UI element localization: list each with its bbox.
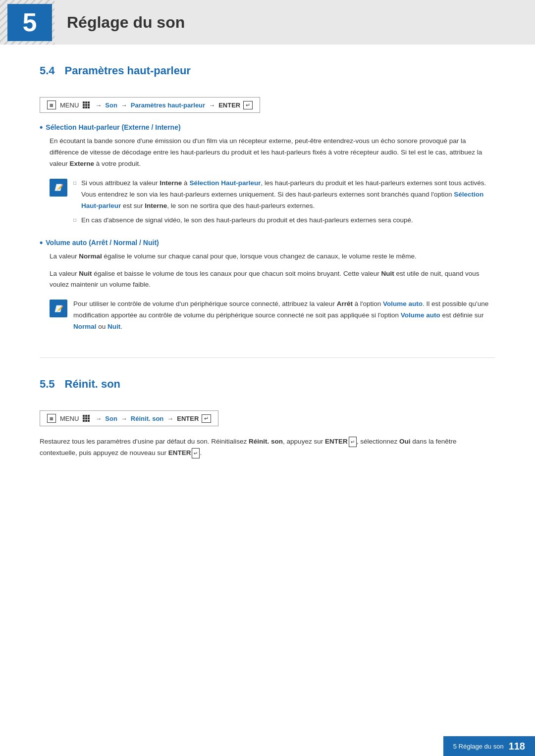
- enter-label: ENTER: [218, 101, 240, 109]
- note-icon-1: 📝: [50, 179, 67, 197]
- note-item-1: Si vous attribuez la valeur Interne à Sé…: [73, 178, 495, 212]
- bullet-1-title: • Sélection Haut-parleur (Externe / Inte…: [40, 123, 495, 132]
- enter-icon-inline-2: ↵: [192, 448, 200, 458]
- menu-label: MENU: [60, 101, 79, 109]
- grid-icon-2: [83, 415, 90, 422]
- enter-icon-inline-1: ↵: [349, 437, 357, 447]
- arrow-5: →: [121, 415, 127, 422]
- son-label-2: Son: [105, 415, 117, 422]
- bullet-2-body: La valeur Normal égalise le volume sur c…: [50, 251, 495, 291]
- chapter-number: 5: [7, 4, 52, 41]
- note-box-2: 📝 Pour utiliser le contrôle de volume d'…: [50, 299, 495, 333]
- chapter-header: 5 Réglage du son: [0, 0, 535, 45]
- menu-path-5-4: ▩ MENU → Son → Paramètres haut-parleur →…: [40, 97, 260, 113]
- section-divider: [40, 357, 495, 358]
- volume-normal-para: La valeur Normal égalise le volume sur c…: [50, 251, 495, 262]
- page-label-2: Réinit. son: [131, 415, 163, 422]
- section-4-number: 5.4: [40, 64, 55, 77]
- footer-page-number: 118: [509, 741, 525, 752]
- bullet-selection-haut-parleur: • Sélection Haut-parleur (Externe / Inte…: [40, 123, 495, 229]
- bullet-volume-auto: • Volume auto (Arrêt / Normal / Nuit) La…: [40, 238, 495, 333]
- page-footer: 5 Réglage du son 118: [443, 736, 535, 756]
- note-box-1: 📝 Si vous attribuez la valeur Interne à …: [50, 178, 495, 229]
- note-item-2: En cas d'absence de signal vidéo, le son…: [73, 215, 495, 226]
- enter-1: ENTER: [325, 438, 348, 445]
- section-5-5: 5.5 Réinit. son ▩ MENU → Son → Réinit. s…: [40, 378, 495, 459]
- enter-2: ENTER: [168, 449, 191, 456]
- bullet-2-title: • Volume auto (Arrêt / Normal / Nuit): [40, 238, 495, 247]
- arrow-1: →: [95, 101, 102, 109]
- arrow-2: →: [121, 101, 127, 109]
- bullet-1-body: En écoutant la bande sonore d'une émissi…: [50, 136, 495, 170]
- bullet-1-label: Sélection Haut-parleur (Externe / Intern…: [46, 123, 180, 131]
- note-content-1: Si vous attribuez la valeur Interne à Sé…: [73, 178, 495, 229]
- section-5-number: 5.5: [40, 378, 55, 391]
- note-content-2: Pour utiliser le contrôle de volume d'un…: [73, 299, 495, 333]
- page-label: Paramètres haut-parleur: [131, 101, 205, 109]
- main-content: 5.4 Paramètres haut-parleur ▩ MENU → Son…: [0, 45, 535, 513]
- volume-nuit-para: La valeur Nuit égalise et baisse le volu…: [50, 268, 495, 291]
- menu-screen-icon-2: ▩: [47, 414, 56, 423]
- enter-icon: ↵: [243, 101, 253, 109]
- menu-path-5-5: ▩ MENU → Son → Réinit. son → ENTER↵: [40, 410, 218, 426]
- menu-label-2: MENU: [60, 415, 79, 422]
- section-4-title: Paramètres haut-parleur: [65, 64, 191, 77]
- note-icon-2: 📝: [50, 300, 67, 317]
- enter-label-2: ENTER: [177, 415, 199, 422]
- bullet-dot-1: •: [40, 123, 43, 132]
- son-label: Son: [105, 101, 117, 109]
- section-5-title: Réinit. son: [65, 378, 120, 391]
- section-5-4: 5.4 Paramètres haut-parleur ▩ MENU → Son…: [40, 64, 495, 333]
- arrow-6: →: [167, 415, 173, 422]
- bullet-2-label: Volume auto (Arrêt / Normal / Nuit): [46, 239, 159, 247]
- arrow-4: →: [95, 415, 102, 422]
- arrow-3: →: [209, 101, 215, 109]
- enter-icon-2: ↵: [202, 414, 211, 423]
- section-5-5-body: Restaurez tous les paramètres d'usine pa…: [40, 436, 495, 459]
- chapter-title: Réglage du son: [67, 13, 185, 32]
- grid-icon: [83, 101, 90, 108]
- footer-text: 5 Réglage du son: [453, 743, 504, 750]
- bullet-dot-2: •: [40, 238, 43, 247]
- menu-screen-icon: ▩: [47, 101, 56, 109]
